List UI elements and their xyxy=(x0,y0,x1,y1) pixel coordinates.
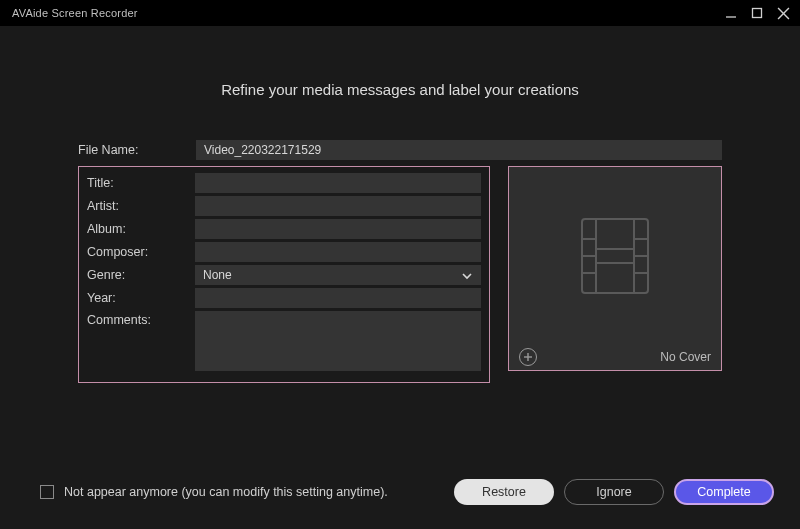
restore-button[interactable]: Restore xyxy=(454,479,554,505)
album-input[interactable] xyxy=(195,219,481,239)
file-name-row: File Name: xyxy=(78,140,722,160)
file-name-input[interactable] xyxy=(196,140,722,160)
titlebar: AVAide Screen Recorder xyxy=(0,0,800,26)
title-label: Title: xyxy=(83,176,195,190)
cover-bar: No Cover xyxy=(509,344,721,370)
plus-icon xyxy=(523,352,533,362)
not-appear-label: Not appear anymore (you can modify this … xyxy=(64,485,454,499)
app-title: AVAide Screen Recorder xyxy=(12,7,138,19)
comments-input[interactable] xyxy=(195,311,481,371)
complete-button[interactable]: Complete xyxy=(674,479,774,505)
window-controls xyxy=(724,6,790,20)
add-cover-button[interactable] xyxy=(519,348,537,366)
no-cover-label: No Cover xyxy=(660,350,711,364)
composer-input[interactable] xyxy=(195,242,481,262)
cover-panel: No Cover xyxy=(508,166,722,371)
comments-label: Comments: xyxy=(83,311,195,327)
not-appear-checkbox[interactable] xyxy=(40,485,54,499)
metadata-panel: Title: Artist: Album: Composer: Genre: N… xyxy=(78,166,490,383)
year-label: Year: xyxy=(83,291,195,305)
content: Refine your media messages and label you… xyxy=(0,26,800,383)
album-label: Album: xyxy=(83,222,195,236)
artist-input[interactable] xyxy=(195,196,481,216)
chevron-down-icon xyxy=(461,268,473,286)
genre-select[interactable]: None xyxy=(195,265,481,285)
film-icon xyxy=(570,211,660,301)
svg-rect-1 xyxy=(753,9,762,18)
cover-placeholder xyxy=(509,167,721,344)
genre-label: Genre: xyxy=(83,268,195,282)
footer: Not appear anymore (you can modify this … xyxy=(0,479,800,505)
genre-value: None xyxy=(203,268,232,282)
close-button[interactable] xyxy=(776,6,790,20)
maximize-button[interactable] xyxy=(750,6,764,20)
artist-label: Artist: xyxy=(83,199,195,213)
title-input[interactable] xyxy=(195,173,481,193)
minimize-button[interactable] xyxy=(724,6,738,20)
mid-section: Title: Artist: Album: Composer: Genre: N… xyxy=(78,166,722,383)
year-input[interactable] xyxy=(195,288,481,308)
file-name-label: File Name: xyxy=(78,143,196,157)
composer-label: Composer: xyxy=(83,245,195,259)
page-title: Refine your media messages and label you… xyxy=(78,81,722,98)
footer-buttons: Restore Ignore Complete xyxy=(454,479,774,505)
ignore-button[interactable]: Ignore xyxy=(564,479,664,505)
